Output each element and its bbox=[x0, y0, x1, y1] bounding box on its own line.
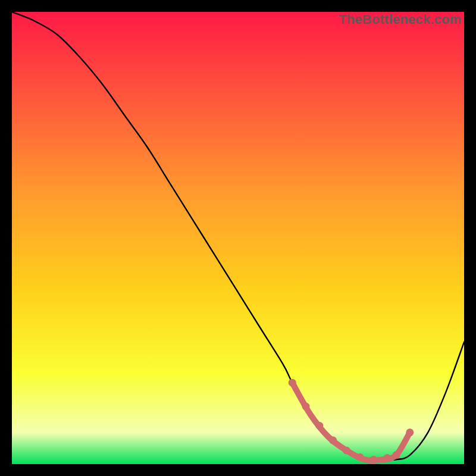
optimal-marker-dot bbox=[302, 403, 310, 411]
optimal-marker-dot bbox=[329, 437, 337, 444]
bottleneck-plot bbox=[12, 12, 464, 464]
optimal-marker-dot bbox=[315, 422, 323, 430]
optimal-marker-dot bbox=[383, 454, 391, 462]
optimal-marker-dot bbox=[406, 428, 414, 436]
chart-frame: TheBottleneck.com bbox=[12, 12, 464, 464]
optimal-marker-dot bbox=[356, 453, 364, 461]
gradient-background bbox=[12, 12, 464, 464]
watermark-text: TheBottleneck.com bbox=[339, 12, 462, 27]
optimal-marker-dot bbox=[370, 456, 378, 464]
optimal-marker-dot bbox=[289, 379, 296, 387]
optimal-marker-dot bbox=[393, 451, 400, 459]
optimal-marker-dot bbox=[343, 447, 350, 455]
